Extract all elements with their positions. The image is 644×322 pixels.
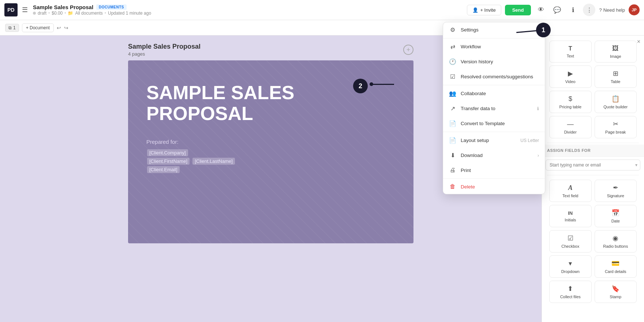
field-item-page-break[interactable]: ✂ Page break xyxy=(595,116,637,138)
assign-input-row: ▾ xyxy=(542,157,644,173)
menu-item-download[interactable]: ⬇ Download › xyxy=(443,148,545,163)
layout-icon: 📄 xyxy=(449,137,456,144)
field-item-dropdown[interactable]: ▾ Dropdown xyxy=(549,255,592,278)
field-item-card[interactable]: 💳 Card details xyxy=(595,255,637,278)
date-icon: 📅 xyxy=(611,209,619,217)
assign-fields-banner: ASSIGN FIELDS FOR xyxy=(542,145,644,157)
collect-files-icon: ⬆ xyxy=(568,285,573,293)
add-document-button[interactable]: + Document xyxy=(22,23,54,32)
field-item-stamp[interactable]: 🔖 Stamp xyxy=(595,281,637,303)
field-item-initials[interactable]: IN Initials xyxy=(549,205,592,227)
workflow-icon: ⇄ xyxy=(449,43,456,50)
resolved-label: Resolved comments/suggestions xyxy=(461,74,539,79)
field-item-table[interactable]: ⊞ Table xyxy=(595,65,637,88)
add-page-button[interactable]: + xyxy=(403,45,413,55)
field-item-date[interactable]: 📅 Date xyxy=(595,205,637,227)
video-icon: ▶ xyxy=(568,70,573,78)
content-icons-row: T Text 🖼 Image ▶ Video ⊞ Table xyxy=(542,35,644,141)
download-icon: ⬇ xyxy=(449,152,456,159)
chat-icon-button[interactable]: 💬 xyxy=(551,4,563,16)
download-arrow: › xyxy=(538,153,539,158)
fields-section: A Text field ✒ Signature IN Initials 📅 D… xyxy=(542,177,644,308)
info-icon-button[interactable]: ℹ xyxy=(567,4,579,16)
layout-label: Layout setup xyxy=(461,138,516,143)
send-button[interactable]: Send xyxy=(505,5,531,15)
page-prepared-label: Prepared for: xyxy=(146,139,395,145)
copy-count[interactable]: ⧉ 1 xyxy=(5,24,19,32)
field-item-video[interactable]: ▶ Video xyxy=(549,65,592,88)
client-firstname-field[interactable]: [Client.FirstName] xyxy=(147,158,190,165)
delete-label: Delete xyxy=(461,184,539,190)
menu-icon[interactable]: ☰ xyxy=(22,6,28,14)
assign-chevron-icon: ▾ xyxy=(635,162,637,168)
preview-icon-button[interactable]: 👁 xyxy=(535,4,547,16)
doc-updated: Updated 1 minute ago xyxy=(108,11,151,16)
doc-pages: 4 pages xyxy=(128,51,201,57)
field-item-divider[interactable]: — Divider xyxy=(549,116,592,138)
field-item-pricing[interactable]: $ Pricing table xyxy=(549,91,592,113)
menu-divider-1 xyxy=(443,38,545,38)
table-icon: ⊞ xyxy=(613,70,618,78)
undo-icon[interactable]: ↩ xyxy=(57,25,61,31)
convert-icon: 📄 xyxy=(449,120,456,127)
menu-item-transfer-data[interactable]: ↗ Transfer data to ℹ xyxy=(443,101,545,116)
resolved-icon: ☑ xyxy=(449,73,456,80)
main-content: Sample Sales Proposal 4 pages + SAMPLE S… xyxy=(0,35,644,322)
text-icon: T xyxy=(569,45,572,52)
menu-item-workflow[interactable]: ⇄ Workflow xyxy=(443,39,545,54)
topbar: PD ☰ Sample Sales Proposal DOCUMENTS dra… xyxy=(0,0,644,20)
doc-header: Sample Sales Proposal 4 pages + xyxy=(128,43,413,57)
menu-item-resolved-comments[interactable]: ☑ Resolved comments/suggestions xyxy=(443,69,545,84)
doc-title: Sample Sales Proposal xyxy=(128,43,201,50)
menu-item-convert-template[interactable]: 📄 Convert to Template xyxy=(443,116,545,131)
menu-item-settings[interactable]: ⚙ Settings › xyxy=(443,22,545,37)
more-options-button[interactable]: ⋮ xyxy=(583,4,595,16)
invite-icon: 👤 xyxy=(472,7,478,13)
transfer-icon: ↗ xyxy=(449,105,456,112)
field-item-text-field[interactable]: A Text field xyxy=(549,180,592,202)
panel-content-area: T Text 🖼 Image ▶ Video ⊞ Table xyxy=(542,35,644,322)
convert-label: Convert to Template xyxy=(461,121,539,126)
field-item-collect-files[interactable]: ⬆ Collect files xyxy=(549,281,592,303)
panel-divider-1 xyxy=(547,143,639,143)
menu-item-delete[interactable]: 🗑 Delete xyxy=(443,179,545,194)
bubble2-line xyxy=(372,84,394,85)
transfer-info-icon: ℹ xyxy=(537,106,539,111)
close-panel-button[interactable]: × xyxy=(637,38,640,45)
invite-button[interactable]: 👤 + Invite xyxy=(467,5,501,15)
initials-icon: IN xyxy=(568,210,573,216)
field-item-image[interactable]: 🖼 Image xyxy=(595,41,637,63)
print-icon: 🖨 xyxy=(449,167,456,173)
doc-page[interactable]: SAMPLE SALES PROPOSAL Prepared for: [Cli… xyxy=(128,60,413,243)
card-icon: 💳 xyxy=(611,259,619,267)
field-item-signature[interactable]: ✒ Signature xyxy=(595,180,637,202)
client-lastname-field[interactable]: [Client.LastName] xyxy=(192,158,235,165)
field-item-radio[interactable]: ◉ Radio buttons xyxy=(595,230,637,252)
divider-icon: — xyxy=(567,120,574,128)
client-company-field[interactable]: [Client.Company] xyxy=(147,149,188,156)
assign-input[interactable] xyxy=(546,160,640,171)
page-fields: [Client.Company] [Client.FirstName] [Cli… xyxy=(146,149,395,174)
transfer-label: Transfer data to xyxy=(461,106,533,111)
help-link[interactable]: ? Need help xyxy=(599,7,625,13)
field-item-text-icon[interactable]: T Text xyxy=(549,41,592,63)
fields-grid: A Text field ✒ Signature IN Initials 📅 D… xyxy=(546,178,640,304)
document-meta: draft • $0.00 • 📁 All documents • Update… xyxy=(33,11,467,16)
menu-item-layout-setup[interactable]: 📄 Layout setup US Letter xyxy=(443,133,545,148)
field-item-quote-builder[interactable]: 📋 Quote builder xyxy=(595,91,637,113)
download-label: Download xyxy=(461,153,533,158)
topbar-actions: 👤 + Invite Send 👁 💬 ℹ ⋮ ? Need help JP xyxy=(467,4,640,16)
right-panel: × T Text 🖼 Image ▶ V xyxy=(542,35,644,322)
delete-icon: 🗑 xyxy=(449,183,456,190)
text-field-icon: A xyxy=(568,184,573,192)
field-item-checkbox[interactable]: ☑ Checkbox xyxy=(549,230,592,252)
assign-input-wrapper: ▾ xyxy=(546,160,640,171)
layout-right-text: US Letter xyxy=(520,138,539,143)
document-title-area: Sample Sales Proposal DOCUMENTS draft • … xyxy=(33,4,467,16)
menu-item-version-history[interactable]: 🕐 Version history xyxy=(443,54,545,69)
app-logo: PD xyxy=(4,3,18,16)
client-email-field[interactable]: [Client.Email] xyxy=(147,166,180,173)
menu-item-collaborate[interactable]: 👥 Collaborate xyxy=(443,86,545,101)
menu-item-print[interactable]: 🖨 Print xyxy=(443,163,545,177)
redo-icon[interactable]: ↪ xyxy=(64,25,68,31)
